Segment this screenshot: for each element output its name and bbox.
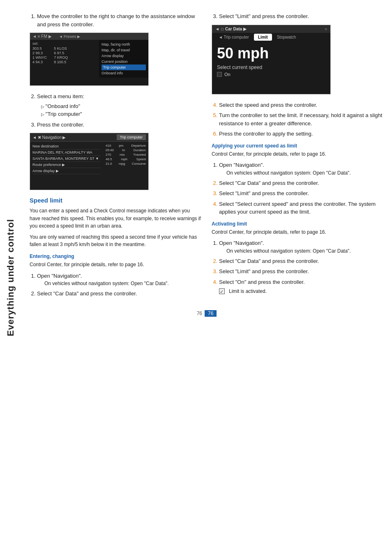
nav-item-3: SANTA BARBARA, MONTERREY ST ▼ [32,156,101,162]
speed-limit-section: Speed limit You can enter a speed and a … [30,197,202,249]
main-content: Move the controller to the right to chan… [21,0,392,333]
stat5-val: 21.0 [106,162,112,166]
sidebar-title: Everything under control [5,219,16,336]
cardata-header: ◄ □ Car Data ▶ ○ [212,25,330,33]
ap-step-4-text: Select "Select current speed" and press … [219,201,376,215]
cardata-checkbox [217,72,222,77]
stat4-label: Speed [136,157,146,161]
right-step-3: Select "Limit" and press the controller. [212,12,384,21]
stat5-label: Consume [132,162,146,166]
speed-limit-body-2: You are only warned of reaching this spe… [30,233,202,249]
act-step-4: Select "On" and press the controller. Li… [219,278,384,295]
ec-ref-text: Control Center, for principle details, r… [30,262,144,267]
menu-item-5: Trip computer [101,64,146,70]
menu-item-2: Map, dir. of travel [101,47,146,53]
presets-text: ◄ Presets ▶ [59,35,80,39]
applying-steps: Open "Navigation". On vehicles without n… [212,161,384,216]
activating-section: Activating limit Control Center, for pri… [212,221,384,295]
stat2-unit: hr [122,148,125,152]
nav-route-pref: Route preference ▶ [32,162,101,168]
cardata-header-icon: □ [221,27,224,31]
page-number-box: 76 [205,310,217,317]
nav-new-dest: New destination [32,143,101,150]
ap-step-1-sub: On vehicles without navigation system: O… [226,169,384,177]
right-step-3-item: Select "Limit" and press the controller. [219,12,384,21]
sub-item-1: "Onboard info" [41,102,202,111]
station-7: 4 94.3 [32,60,53,64]
nav-stat-2: 05:40 hr Duration [106,148,146,152]
act-step-1-sub: On vehicles without navigation system: O… [226,247,384,255]
ec-step-2-text: Select "Car Data" and press the controll… [37,290,137,297]
cardata-on-label: On [224,72,231,77]
radio-screenshot: ◄ ≡ FM ▶ ◄ Presets ▶ set: 303.5 5 KLOS 2… [30,32,149,86]
step-4: Select the speed and press the controlle… [219,101,384,109]
station-1: 303.5 [32,46,53,51]
applying-section: Applying your current speed as limit Con… [212,143,384,216]
intro-steps: Move the controller to the right to chan… [30,12,202,28]
step-6-text: Press the controller to apply the settin… [219,131,313,137]
act-result-line: Limit is activated. [219,288,384,295]
ap-step-3-text: Select "Limit" and press the controller. [219,190,309,196]
ap-step-2-text: Select "Car Data" and press the controll… [219,180,319,186]
step-5-text: Turn the controller to set the limit. If… [219,112,382,127]
page-number: 76 [197,311,202,316]
step-2-text: Select a menu item: [37,93,84,99]
act-step-1-text: Open "Navigation". [219,240,264,246]
station-6: 7 KROQ [54,55,75,60]
menu-item-3: Arrow display [101,53,146,59]
radio-left-panel: set: 303.5 5 KLOS 2 99.3 6 97.5 1 WNYC 7… [30,40,99,78]
act-step-1: Open "Navigation". On vehicles without n… [219,239,384,255]
speed-limit-title: Speed limit [30,197,202,204]
stat3-label: Traveled [133,153,146,157]
cardata-screenshot: ◄ □ Car Data ▶ ○ ◄ Trip computer Limit S… [212,25,331,94]
right-step-3-text: Select "Limit" and press the controller. [219,13,309,19]
nav-right-panel: 410 pm Departure 05:40 hr Duration 270 m… [103,142,148,176]
tab-trip-computer: ◄ Trip computer [214,34,253,41]
cardata-header-title: Car Data ▶ [225,27,247,31]
cardata-header-right: ○ [325,27,327,31]
nav-stat-4: 46.5 mph Speed [106,157,146,161]
station-5: 1 WNYC [32,55,53,60]
radio-body: set: 303.5 5 KLOS 2 99.3 6 97.5 1 WNYC 7… [30,40,148,78]
speed-limit-body-1: You can enter a speed and a Check Contro… [30,207,202,230]
sub-item-2: "Trip computer" [41,110,202,118]
activating-steps: Open "Navigation". On vehicles without n… [212,239,384,295]
steps-2-3: Select a menu item: "Onboard info" "Trip… [30,92,202,129]
stat4-val: 46.5 [106,157,112,161]
nav-item-2: MARINA DEL REY, ADMIRALTY WA [32,150,101,156]
radio-header-text: ◄ ≡ FM ▶ [32,34,52,39]
ap-step-3: Select "Limit" and press the controller. [219,189,384,198]
cardata-speed: 50 mph [212,41,330,64]
entering-changing-ref: Control Center, for principle details, r… [30,261,202,269]
radio-right-panel: Map, facing north Map, dir. of travel Ar… [99,40,148,78]
stat1-unit: pm [119,144,123,147]
act-step-2: Select "Car Data" and press the controll… [219,257,384,265]
nav-header-text: ◄ ✖ Navigation ▶ [32,135,66,140]
step-2: Select a menu item: "Onboard info" "Trip… [37,92,202,118]
cardata-on: On [212,71,330,78]
cardata-select-label: Select current speed [212,64,330,71]
act-step-3-text: Select "Limit" and press the controller. [219,268,309,274]
applying-ref: Control Center, for principle details, r… [212,150,384,158]
cardata-tabs: ◄ Trip computer Limit Stopwatch [212,33,330,41]
two-column-layout: Move the controller to the right to chan… [30,12,384,302]
station-2: 5 KLOS [54,46,75,51]
act-result-text: Limit is activated. [229,288,267,295]
step-6: Press the controller to apply the settin… [219,130,384,138]
stat3-val: 270 [106,153,111,157]
applying-title: Applying your current speed as limit [212,143,384,149]
nav-header: ◄ ✖ Navigation ▶ Trip computer [30,133,148,142]
activating-ref: Control Center, for principle details, r… [212,228,384,236]
left-column: Move the controller to the right to chan… [30,12,202,302]
step-1-text: Move the controller to the right to chan… [37,13,195,28]
step-4-text: Select the speed and press the controlle… [219,102,317,108]
entering-changing-section: Entering, changing Control Center, for p… [30,253,202,298]
step-1: Move the controller to the right to chan… [37,12,202,28]
stat3-unit: mis [120,153,125,157]
nav-tab-text: Trip computer [117,134,146,140]
ec-step-2: Select "Car Data" and press the controll… [37,290,202,298]
station-3: 2 99.3 [32,51,53,55]
checkmark-icon [219,288,225,294]
stat1-val: 410 [106,144,111,147]
act-step-2-text: Select "Car Data" and press the controll… [219,258,319,264]
